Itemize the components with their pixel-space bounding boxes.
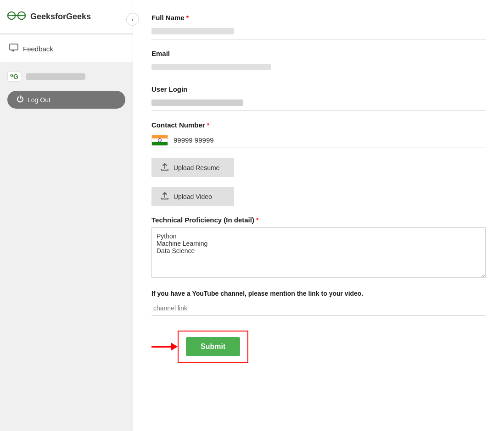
- tech-proficiency-input[interactable]: Python Machine Learning Data Science: [151, 227, 486, 278]
- logout-button[interactable]: Log Out: [7, 91, 125, 109]
- user-login-value: [151, 99, 243, 106]
- email-value: [151, 64, 271, 70]
- youtube-label: If you have a YouTube channel, please me…: [151, 290, 486, 297]
- youtube-field: If you have a YouTube channel, please me…: [151, 290, 486, 316]
- youtube-input[interactable]: [151, 301, 486, 316]
- logout-label: Log Out: [28, 96, 50, 104]
- sidebar-item-feedback[interactable]: Feedback: [0, 35, 133, 62]
- upload-resume-field: Upload Resume: [151, 158, 486, 177]
- user-avatar: ᴳG: [7, 72, 21, 82]
- geeksforgeeks-logo-icon: [7, 8, 26, 25]
- tech-proficiency-field: Technical Proficiency (In detail) * Pyth…: [151, 216, 486, 280]
- feedback-label: Feedback: [23, 45, 53, 53]
- contact-required: *: [207, 122, 209, 129]
- tech-proficiency-required: *: [256, 216, 258, 224]
- contact-row: [151, 133, 486, 148]
- upload-resume-label: Upload Resume: [174, 164, 219, 171]
- svg-rect-5: [10, 44, 18, 50]
- upload-video-label: Upload Video: [174, 193, 212, 200]
- power-icon: [17, 95, 24, 104]
- full-name-value: [151, 28, 234, 34]
- upload-resume-icon: [161, 163, 169, 172]
- logo-text: GeeksforGeeks: [30, 12, 91, 22]
- user-login-label: User Login: [151, 85, 486, 93]
- feedback-icon: [9, 44, 18, 54]
- main-content: Full Name * Email User Login Contact Num…: [133, 0, 504, 431]
- full-name-field: Full Name *: [151, 14, 486, 39]
- upload-video-field: Upload Video: [151, 187, 486, 206]
- upload-video-button[interactable]: Upload Video: [151, 187, 234, 206]
- india-flag-icon: [151, 135, 168, 146]
- email-field: Email: [151, 50, 486, 75]
- upload-video-icon: [161, 192, 169, 201]
- contact-label: Contact Number *: [151, 121, 486, 129]
- sidebar-header: GeeksforGeeks: [0, 0, 133, 33]
- submit-box: Submit: [178, 331, 248, 363]
- phone-input[interactable]: [172, 134, 486, 146]
- user-login-field: User Login: [151, 85, 486, 111]
- contact-field: Contact Number *: [151, 121, 486, 148]
- collapse-button[interactable]: ‹: [126, 13, 139, 26]
- submit-arrow: [151, 343, 178, 351]
- upload-resume-button[interactable]: Upload Resume: [151, 158, 234, 177]
- email-label: Email: [151, 50, 486, 57]
- user-section: ᴳG: [0, 62, 133, 91]
- submit-button[interactable]: Submit: [186, 337, 240, 356]
- full-name-required: *: [186, 14, 189, 22]
- tech-proficiency-label: Technical Proficiency (In detail) *: [151, 216, 486, 224]
- sidebar: GeeksforGeeks ‹ Feedback ᴳG Log Out: [0, 0, 133, 431]
- user-name: [26, 73, 85, 80]
- full-name-label: Full Name *: [151, 14, 486, 22]
